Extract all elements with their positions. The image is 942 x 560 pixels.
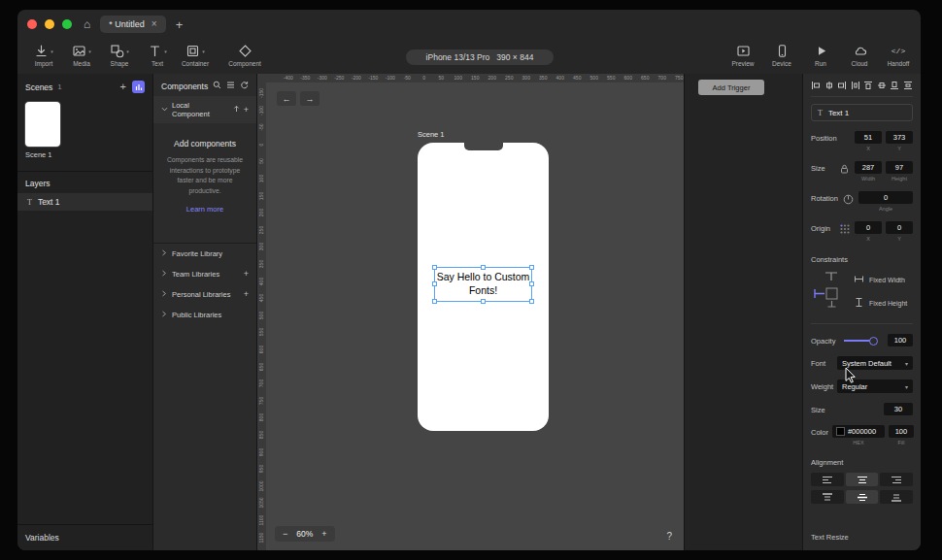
- origin-grid-icon[interactable]: [838, 221, 851, 234]
- add-trigger-button[interactable]: Add Trigger: [698, 80, 764, 95]
- opacity-input[interactable]: 100: [888, 334, 913, 346]
- artboard-label[interactable]: Scene 1: [418, 130, 445, 139]
- selection-handle[interactable]: [481, 299, 486, 304]
- angle-input[interactable]: 0: [858, 191, 913, 204]
- height-input[interactable]: 97: [886, 161, 913, 174]
- library-row-personal[interactable]: Personal Libraries +: [153, 284, 256, 305]
- position-x-input[interactable]: 51: [855, 131, 882, 144]
- add-library-button[interactable]: +: [244, 270, 249, 279]
- device-preset-pill[interactable]: iPhone 13/13 Pro 390 × 844: [406, 49, 554, 65]
- ruler-number: 1100: [258, 511, 264, 530]
- layer-name-field[interactable]: T Text 1: [811, 104, 913, 121]
- help-button[interactable]: ?: [666, 531, 672, 542]
- position-y-input[interactable]: 373: [886, 131, 913, 144]
- text-valign-middle-button[interactable]: [846, 490, 879, 504]
- distribute-horizontal-icon[interactable]: [851, 81, 860, 90]
- zoom-out-button[interactable]: −: [283, 530, 287, 539]
- canvas[interactable]: -400-350-300-250-200-150-100-50050100150…: [257, 74, 685, 550]
- import-button[interactable]: ▾ Import: [29, 44, 58, 67]
- device-button[interactable]: Device: [767, 44, 796, 67]
- search-icon[interactable]: [213, 81, 221, 91]
- home-icon[interactable]: ⌂: [84, 18, 90, 30]
- variables-section-header[interactable]: Variables: [17, 524, 152, 550]
- align-bottom-icon[interactable]: [890, 81, 899, 90]
- color-swatch[interactable]: [836, 427, 845, 436]
- slider-knob[interactable]: [869, 337, 878, 346]
- weight-dropdown[interactable]: Regular ▾: [837, 379, 913, 393]
- selection-handle[interactable]: [529, 265, 534, 270]
- align-top-icon[interactable]: [863, 81, 873, 90]
- text-align-left-button[interactable]: [811, 473, 844, 486]
- ruler-number: 500: [586, 74, 603, 82]
- add-component-button[interactable]: +: [244, 106, 249, 115]
- library-row-public[interactable]: Public Libraries: [153, 305, 256, 325]
- width-input[interactable]: 287: [855, 161, 882, 174]
- selection-handle[interactable]: [432, 281, 437, 286]
- zoom-window-button[interactable]: [62, 19, 72, 29]
- handoff-button[interactable]: </> Handoff: [884, 44, 913, 67]
- font-size-input[interactable]: 30: [884, 403, 913, 415]
- chevron-down-icon: [161, 106, 168, 115]
- minimize-window-button[interactable]: [45, 19, 54, 29]
- text-align-right-button[interactable]: [880, 473, 913, 486]
- document-tab[interactable]: * Untitled ×: [100, 16, 165, 33]
- opacity-row: Opacity 100: [811, 334, 913, 346]
- scene-thumbnail[interactable]: [25, 102, 60, 147]
- list-view-icon[interactable]: [226, 81, 235, 91]
- selection-handle[interactable]: [481, 265, 486, 270]
- library-row-team[interactable]: Team Libraries +: [153, 264, 256, 284]
- add-library-button[interactable]: +: [244, 290, 249, 299]
- align-right-icon[interactable]: [837, 81, 847, 90]
- shape-button[interactable]: ▾ Shape: [105, 44, 134, 67]
- weight-row: Weight Regular ▾: [811, 379, 913, 393]
- close-window-button[interactable]: [27, 19, 37, 29]
- run-icon: [814, 44, 828, 58]
- preview-button[interactable]: Preview: [728, 44, 757, 67]
- sort-icon[interactable]: [233, 105, 240, 115]
- fixed-height-toggle[interactable]: Fixed Height: [854, 297, 913, 309]
- fill-input[interactable]: 100: [889, 425, 914, 438]
- constraints-widget[interactable]: [811, 269, 854, 312]
- color-hex-input[interactable]: #000000: [832, 425, 885, 438]
- container-button[interactable]: ▾ Container: [181, 44, 210, 67]
- layer-row-text1[interactable]: T Text 1: [17, 193, 152, 211]
- selection-handle[interactable]: [432, 265, 437, 270]
- component-button[interactable]: Component: [230, 44, 259, 67]
- cloud-button[interactable]: Cloud: [845, 44, 874, 67]
- align-center-horizontal-icon[interactable]: [824, 81, 834, 90]
- library-row-favorite[interactable]: Favorite Library: [153, 244, 256, 264]
- media-button[interactable]: ▾ Media: [67, 44, 96, 67]
- origin-y-input[interactable]: 0: [886, 221, 913, 234]
- text-layer-element[interactable]: Say Hello to Custom Fonts!: [434, 267, 532, 302]
- device-icon: [775, 44, 790, 58]
- forward-button[interactable]: →: [300, 91, 320, 106]
- add-scene-button[interactable]: +: [120, 82, 126, 92]
- text-button[interactable]: ▾ Text: [143, 44, 172, 67]
- text-valign-top-button[interactable]: [811, 490, 844, 504]
- text-valign-bottom-button[interactable]: [880, 490, 913, 504]
- selection-handle[interactable]: [432, 299, 437, 304]
- local-component-section[interactable]: Local Component +: [153, 96, 256, 123]
- zoom-in-button[interactable]: +: [321, 530, 326, 539]
- font-dropdown[interactable]: System Default ▾: [837, 356, 913, 370]
- zoom-level[interactable]: 60%: [296, 529, 313, 539]
- back-button[interactable]: ←: [277, 91, 296, 106]
- scene-view-toggle[interactable]: [132, 81, 145, 93]
- lock-ratio-icon[interactable]: [838, 161, 851, 174]
- tab-close-icon[interactable]: ×: [151, 19, 157, 29]
- artboard[interactable]: Say Hello to Custom Fonts!: [418, 143, 549, 431]
- origin-x-input[interactable]: 0: [855, 221, 882, 234]
- refresh-icon[interactable]: [240, 81, 249, 91]
- align-middle-vertical-icon[interactable]: [877, 81, 887, 90]
- text-align-center-button[interactable]: [846, 473, 879, 486]
- selection-handle[interactable]: [529, 281, 534, 286]
- selection-handle[interactable]: [529, 299, 534, 304]
- learn-more-link[interactable]: Learn more: [161, 205, 249, 214]
- opacity-slider[interactable]: [844, 334, 878, 346]
- new-tab-button[interactable]: +: [176, 18, 184, 31]
- fixed-width-toggle[interactable]: Fixed Width: [854, 274, 913, 285]
- rotation-dial-icon[interactable]: [842, 191, 855, 205]
- run-button[interactable]: Run: [806, 44, 835, 67]
- distribute-vertical-icon[interactable]: [903, 81, 913, 90]
- align-left-icon[interactable]: [811, 81, 821, 90]
